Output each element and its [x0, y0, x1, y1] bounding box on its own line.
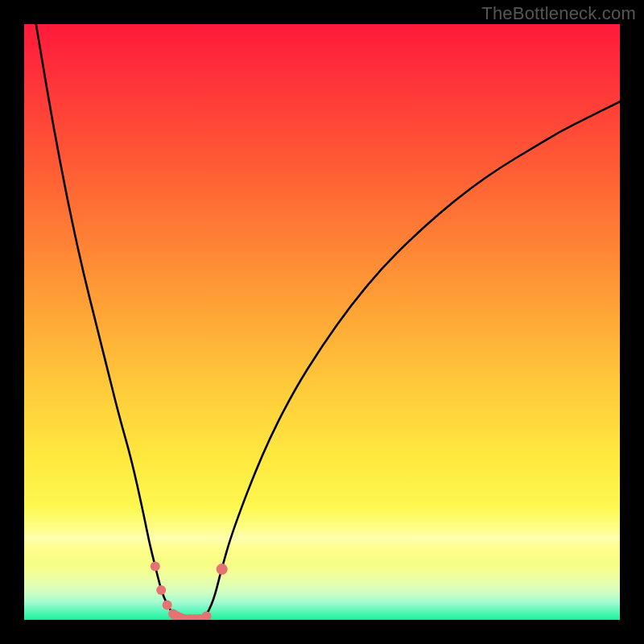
curve-layer — [24, 24, 620, 620]
chart-frame: TheBottleneck.com — [0, 0, 644, 644]
plot-area — [24, 24, 620, 620]
curve-marker — [156, 585, 166, 595]
curve-marker — [201, 612, 211, 620]
curve-marker — [217, 564, 228, 575]
curve-marker — [151, 561, 160, 571]
curve-marker — [163, 601, 172, 610]
bottleneck-curve — [36, 24, 620, 620]
watermark-text: TheBottleneck.com — [481, 3, 636, 24]
